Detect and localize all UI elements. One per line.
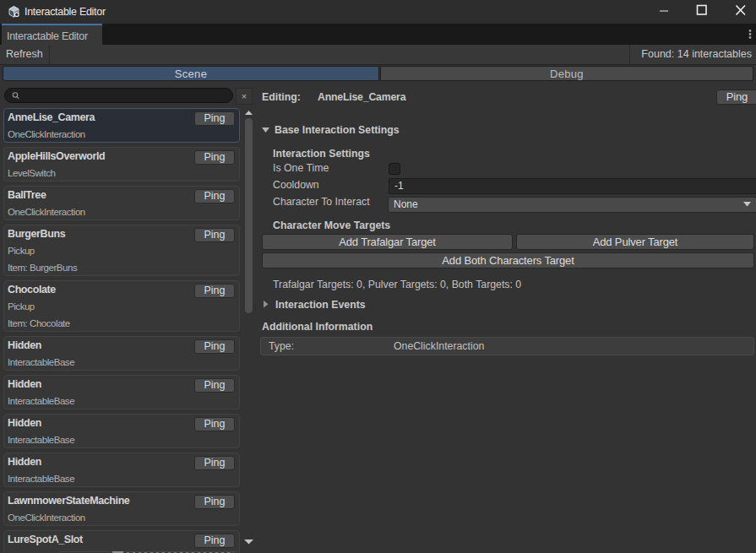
is-one-time-label: Is One Time	[273, 162, 329, 174]
found-count-label: Found: 14 interactables	[641, 45, 752, 64]
list-item[interactable]: LawnmowerStateMachineOneClickInteraction…	[3, 491, 240, 526]
window-titlebar: Interactable Editor	[0, 0, 756, 24]
item-ping-button[interactable]: Ping	[194, 284, 235, 298]
foldout-base-interaction-settings: Base Interaction Settings	[275, 124, 400, 136]
dropdown-arrow-icon	[743, 202, 751, 207]
list-item[interactable]: LureSpotA_SlotPing	[3, 530, 240, 553]
item-ping-button[interactable]: Ping	[194, 150, 235, 165]
item-name: AnneLise_Camera	[8, 111, 95, 123]
scrollbar-up-arrow[interactable]	[245, 111, 253, 116]
interactable-editor-window: Interactable Editor Interactable Editor …	[0, 0, 756, 553]
doc-tab-interactable-editor[interactable]: Interactable Editor	[2, 24, 102, 45]
list-item[interactable]: ChocolatePickupItem: ChocolatePing	[3, 280, 240, 332]
inspector-ping-button[interactable]: Ping	[716, 89, 756, 105]
section-interaction-settings: Interaction Settings	[273, 148, 370, 160]
editing-value: AnneLise_Camera	[318, 91, 405, 103]
add-both-characters-target-button[interactable]: Add Both Characters Target	[262, 252, 754, 268]
type-value: OneClickInteraction	[394, 340, 484, 352]
close-button[interactable]	[720, 0, 753, 24]
item-subtitle: InteractableBase	[8, 435, 74, 445]
doc-tab-label: Interactable Editor	[7, 27, 88, 46]
item-subtitle: OneClickInteraction	[8, 512, 85, 523]
list-item[interactable]: AnneLise_CameraOneClickInteractionPing	[3, 108, 240, 143]
add-pulver-target-button[interactable]: Add Pulver Target	[516, 234, 754, 250]
item-name: Hidden	[8, 339, 41, 351]
scrollbar-down-arrow[interactable]	[244, 539, 253, 545]
list-item[interactable]: HiddenInteractableBasePing	[3, 453, 240, 487]
section-additional-information: Additional Information	[262, 321, 373, 333]
main-toolbar: Refresh Found: 14 interactables	[0, 45, 756, 65]
item-subtitle: Pickup	[8, 301, 35, 312]
search-box	[4, 88, 233, 103]
item-subtitle: Item: BurgerBuns	[8, 263, 77, 273]
cooldown-label: Cooldown	[273, 179, 319, 191]
type-label: Type:	[269, 340, 294, 352]
item-ping-button[interactable]: Ping	[194, 228, 235, 242]
item-ping-button[interactable]: Ping	[194, 495, 235, 509]
view-tabs: Scene Debug	[0, 66, 756, 81]
is-one-time-checkbox[interactable]	[389, 163, 400, 175]
list-item[interactable]: BurgerBunsPickupItem: BurgerBunsPing	[3, 225, 240, 276]
list-item[interactable]: HiddenInteractableBasePing	[3, 414, 240, 448]
cooldown-field[interactable]: -1	[389, 178, 756, 194]
item-name: AppleHillsOverworld	[8, 150, 105, 162]
item-subtitle: InteractableBase	[8, 357, 74, 367]
item-name: BallTree	[8, 189, 46, 201]
add-trafalgar-target-button[interactable]: Add Trafalgar Target	[262, 234, 513, 250]
item-ping-button[interactable]: Ping	[194, 111, 235, 126]
tab-scene[interactable]: Scene	[3, 66, 379, 81]
kebab-menu-icon[interactable]	[743, 24, 756, 45]
item-ping-button[interactable]: Ping	[194, 378, 235, 393]
item-ping-button[interactable]: Ping	[194, 534, 235, 548]
window-title: Interactable Editor	[24, 0, 106, 24]
item-name: LawnmowerStateMachine	[8, 495, 129, 507]
item-name: LureSpotA_Slot	[8, 534, 83, 545]
item-subtitle: OneClickInteraction	[8, 129, 85, 139]
search-clear-button[interactable]: ×	[236, 88, 253, 105]
list-item[interactable]: HiddenInteractableBasePing	[3, 375, 240, 409]
search-input[interactable]	[20, 89, 227, 102]
item-subtitle: Pickup	[8, 246, 35, 256]
refresh-button[interactable]: Refresh	[0, 45, 50, 64]
item-ping-button[interactable]: Ping	[194, 456, 235, 470]
item-name: Hidden	[8, 417, 41, 429]
item-subtitle: InteractableBase	[8, 396, 74, 406]
scrollbar-thumb[interactable]	[245, 118, 253, 313]
list-item[interactable]: BallTreeOneClickInteractionPing	[3, 186, 240, 220]
item-subtitle: LevelSwitch	[8, 168, 55, 178]
character-to-interact-label: Character To Interact	[273, 196, 370, 208]
unity-cube-icon	[8, 5, 20, 18]
toolbar-separator	[629, 45, 630, 64]
item-name: BurgerBuns	[8, 228, 65, 240]
maximize-button[interactable]	[681, 0, 715, 24]
item-ping-button[interactable]: Ping	[194, 417, 235, 431]
list-item[interactable]: HiddenInteractableBasePing	[3, 336, 240, 371]
item-ping-button[interactable]: Ping	[194, 189, 235, 203]
tab-debug[interactable]: Debug	[380, 66, 753, 81]
item-name: Hidden	[8, 456, 41, 468]
foldout-collapsed-icon[interactable]	[264, 301, 269, 308]
section-character-move-targets: Character Move Targets	[273, 220, 390, 231]
item-name: Chocolate	[8, 284, 56, 295]
editing-label: Editing:	[262, 91, 301, 103]
item-name: Hidden	[8, 378, 41, 390]
targets-summary: Trafalgar Targets: 0, Pulver Targets: 0,…	[273, 279, 521, 290]
item-ping-button[interactable]: Ping	[194, 339, 235, 354]
minimize-button[interactable]	[647, 0, 681, 24]
doc-tabstrip: Interactable Editor	[0, 24, 756, 45]
item-subtitle: Item: Chocolate	[8, 318, 70, 328]
foldout-expanded-icon[interactable]	[262, 127, 269, 133]
list-item[interactable]: AppleHillsOverworldLevelSwitchPing	[3, 147, 240, 182]
item-subtitle: OneClickInteraction	[8, 207, 85, 217]
item-subtitle: InteractableBase	[8, 474, 74, 484]
type-row	[260, 337, 754, 355]
character-dropdown[interactable]: None	[388, 197, 756, 213]
foldout-interaction-events: Interaction Events	[275, 299, 366, 311]
